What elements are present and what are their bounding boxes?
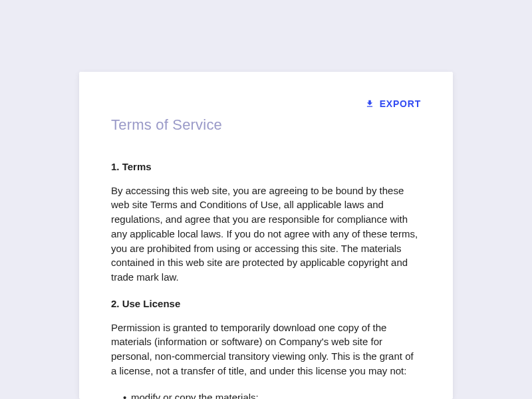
- document-card: EXPORT Terms of Service 1. Terms By acce…: [79, 72, 453, 399]
- download-icon: [365, 99, 374, 108]
- document-body: 1. Terms By accessing this web site, you…: [111, 160, 421, 399]
- toolbar: EXPORT: [111, 98, 421, 109]
- section-heading: 1. Terms: [111, 160, 421, 174]
- document-title: Terms of Service: [111, 114, 421, 136]
- bullet-list: modify or copy the materials; use the ma…: [111, 390, 421, 399]
- export-button-label: EXPORT: [380, 98, 421, 109]
- section-heading: 2. Use License: [111, 297, 421, 311]
- section-body: Permission is granted to temporarily dow…: [111, 321, 421, 378]
- section-body: By accessing this web site, you are agre…: [111, 184, 421, 285]
- export-button[interactable]: EXPORT: [365, 98, 421, 109]
- list-item: modify or copy the materials;: [123, 390, 421, 399]
